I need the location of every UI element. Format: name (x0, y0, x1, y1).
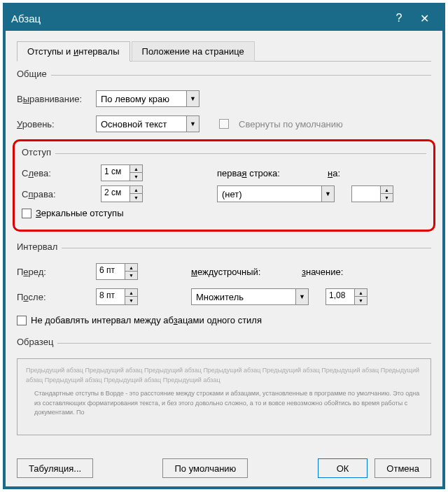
cancel-button[interactable]: Отмена (374, 458, 431, 478)
spin-up-icon[interactable]: ▲ (355, 288, 368, 297)
linespacing-select[interactable]: Множитель (191, 288, 296, 305)
before-label: Перед: (17, 267, 90, 277)
row-indent-right: Справа: 2 см ▲▼ (нет) ▼ ▲▼ (22, 185, 426, 202)
ok-button[interactable]: ОК (318, 458, 368, 478)
group-spacing-title: Интервал (17, 241, 57, 255)
after-input[interactable]: 8 пт (96, 288, 125, 305)
default-button[interactable]: По умолчанию (162, 458, 248, 478)
dialog-title: Абзац (11, 13, 386, 24)
dialog-frame: Абзац ? ✕ Отступы и интервалы Положение … (3, 3, 445, 489)
row-spacing-after: После: 8 пт ▲▼ Множитель ▼ 1,08 ▲▼ (17, 288, 431, 305)
alignment-label: Выравнивание: (17, 94, 90, 104)
spin-up-icon[interactable]: ▲ (125, 263, 138, 272)
divider (51, 75, 431, 76)
indent-by-input[interactable] (351, 185, 381, 202)
dialog-content: Отступы и интервалы Положение на страниц… (6, 31, 442, 486)
highlight-indent: Отступ Слева: 1 см ▲▼ первая строка: на:… (13, 139, 435, 232)
row-dontadd: Не добавлять интервал между абзацами одн… (17, 315, 431, 325)
spin-up-icon[interactable]: ▲ (125, 288, 138, 297)
indent-right-label: Справа: (22, 189, 95, 199)
row-alignment: Выравнивание: По левому краю ▼ (17, 90, 431, 107)
mirror-label: Зеркальные отступы (36, 208, 123, 218)
group-preview-title: Образец (17, 337, 53, 350)
chevron-down-icon[interactable]: ▼ (296, 288, 309, 305)
indent-by-label: на: (328, 168, 387, 178)
after-label: После: (17, 292, 90, 302)
spin-down-icon[interactable]: ▼ (125, 272, 138, 280)
chevron-down-icon[interactable]: ▼ (322, 185, 335, 202)
chevron-down-icon[interactable]: ▼ (187, 90, 200, 107)
at-input[interactable]: 1,08 (326, 288, 355, 305)
tabs-button[interactable]: Табуляция... (17, 458, 93, 478)
spin-up-icon[interactable]: ▲ (130, 164, 143, 173)
firstline-select[interactable]: (нет) (217, 185, 322, 202)
close-icon[interactable]: ✕ (412, 12, 437, 25)
group-indent-title: Отступ (22, 147, 51, 160)
spin-down-icon[interactable]: ▼ (355, 297, 368, 305)
spin-down-icon[interactable]: ▼ (130, 173, 143, 181)
dontadd-label: Не добавлять интервал между абзацами одн… (31, 315, 262, 325)
preview-box: Предыдущий абзац Предыдущий абзац Предыд… (17, 358, 431, 435)
indent-left-label: Слева: (22, 168, 95, 178)
spin-down-icon[interactable]: ▼ (125, 297, 138, 305)
firstline-label: первая строка: (217, 168, 322, 178)
before-input[interactable]: 6 пт (96, 263, 125, 280)
spin-down-icon[interactable]: ▼ (130, 194, 143, 202)
spin-down-icon[interactable]: ▼ (381, 194, 393, 202)
indent-right-input[interactable]: 2 см (101, 185, 130, 202)
dialog-footer: Табуляция... По умолчанию ОК Отмена (17, 454, 431, 478)
chevron-down-icon[interactable]: ▼ (187, 115, 200, 132)
row-mirror: Зеркальные отступы (22, 208, 426, 218)
tabstrip: Отступы и интервалы Положение на страниц… (17, 41, 431, 62)
mirror-checkbox[interactable] (22, 209, 31, 218)
row-spacing-before: Перед: 6 пт ▲▼ междустрочный: значение: (17, 263, 431, 280)
preview-prev-text: Предыдущий абзац Предыдущий абзац Предыд… (26, 366, 422, 385)
collapsed-checkbox (219, 119, 229, 129)
preview-sample-text: Стандартные отступы в Ворде - это рассто… (26, 389, 422, 418)
help-icon[interactable]: ? (386, 12, 412, 24)
level-select[interactable]: Основной текст (96, 115, 187, 132)
row-indent-left: Слева: 1 см ▲▼ первая строка: на: (22, 164, 426, 181)
spin-up-icon[interactable]: ▲ (130, 185, 143, 194)
indent-left-input[interactable]: 1 см (101, 164, 130, 181)
row-level: Уровень: Основной текст ▼ Свернуты по ум… (17, 115, 431, 132)
collapsed-label: Свернуты по умолчанию (239, 119, 343, 129)
at-label: значение: (302, 267, 361, 277)
level-label: Уровень: (17, 119, 90, 129)
dontadd-checkbox[interactable] (17, 316, 27, 325)
alignment-select[interactable]: По левому краю (96, 90, 187, 107)
spin-up-icon[interactable]: ▲ (381, 185, 393, 194)
linespacing-label: междустрочный: (191, 267, 296, 277)
tab-position-on-page[interactable]: Положение на странице (132, 41, 255, 62)
group-general: Общие (17, 69, 431, 82)
group-general-title: Общие (17, 69, 47, 82)
title-bar: Абзац ? ✕ (6, 6, 442, 31)
tab-indents-spacing[interactable]: Отступы и интервалы (17, 41, 130, 62)
